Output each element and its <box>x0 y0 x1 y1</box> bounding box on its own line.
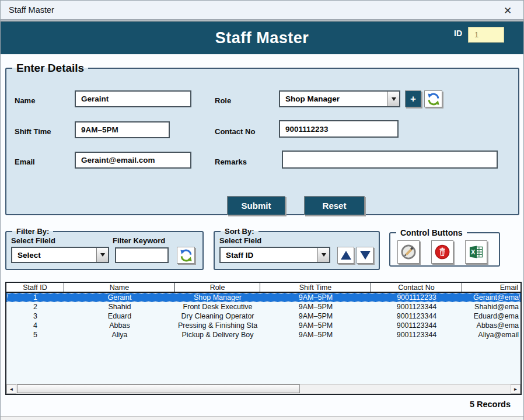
remarks-label: Remarks <box>215 158 247 166</box>
table-cell: 5 <box>6 331 64 339</box>
column-header[interactable]: Role <box>175 283 260 292</box>
refresh-roles-button[interactable] <box>424 90 442 107</box>
filter-field-dropdown[interactable]: Select <box>11 247 109 263</box>
remarks-field[interactable] <box>282 150 498 169</box>
sort-ascending-button[interactable] <box>337 247 354 264</box>
email-label: Email <box>15 158 35 166</box>
table-cell: 9AM–5PM <box>260 321 371 330</box>
column-header[interactable]: Shift Time <box>260 283 371 292</box>
filter-keyword-input[interactable] <box>115 247 169 263</box>
table-header-row: Staff IDNameRoleShift TimeContact NoEmai… <box>6 283 520 293</box>
table-row[interactable]: 1GeraintShop Manager9AM–5PM9001112233Ger… <box>6 293 520 302</box>
table-cell: 4 <box>6 321 64 330</box>
apply-filter-button[interactable] <box>177 247 195 264</box>
close-icon[interactable]: ✕ <box>500 3 515 18</box>
table-cell: Dry Cleaning Operator <box>175 312 260 320</box>
sort-field-dropdown[interactable]: Staff ID <box>219 247 330 263</box>
column-header[interactable]: Name <box>64 283 175 292</box>
name-field[interactable] <box>75 90 191 107</box>
record-id-group: ID <box>454 27 504 43</box>
table-cell: Geraint <box>64 293 175 302</box>
delete-record-button[interactable] <box>431 240 453 264</box>
table-cell: Eduard <box>64 312 175 320</box>
add-role-button[interactable]: + <box>405 90 421 107</box>
sort-dropdown-arrow[interactable] <box>317 248 329 262</box>
name-label: Name <box>15 96 35 105</box>
contact-no-label: Contact No <box>215 127 255 136</box>
filter-keyword-label: Filter Keyword <box>113 236 165 245</box>
enter-details-legend: Enter Details <box>12 62 88 75</box>
table-cell: Shahid@ema <box>462 303 520 311</box>
control-buttons-section: Control Buttons <box>389 228 500 267</box>
table-cell: Geraint@ema <box>462 293 520 302</box>
export-excel-button[interactable]: X <box>465 240 487 264</box>
table-cell: 3 <box>6 312 64 320</box>
table-cell: 9AM–5PM <box>260 331 371 339</box>
table-row[interactable]: 2ShahidFront Desk Executive9AM–5PM900112… <box>6 302 520 312</box>
id-field[interactable] <box>468 27 504 43</box>
sort-down-icon <box>360 251 371 260</box>
column-header[interactable]: Email <box>462 283 520 292</box>
sort-field-selected-value: Staff ID <box>221 251 317 260</box>
table-cell: 9001112233 <box>371 293 462 302</box>
sort-by-legend: Sort By: <box>221 227 258 236</box>
table-cell: Front Desk Executive <box>175 303 260 311</box>
reset-label: Reset <box>323 201 347 211</box>
table-cell: Shahid <box>64 303 175 311</box>
reset-button[interactable]: Reset <box>304 196 365 215</box>
table-cell: Aliya@email <box>462 331 520 339</box>
table-cell: 9001123344 <box>371 312 462 320</box>
scroll-left-icon[interactable]: ◄ <box>6 384 16 394</box>
column-header[interactable]: Contact No <box>371 283 462 292</box>
column-header[interactable]: Staff ID <box>6 283 64 292</box>
table-cell: 9AM–5PM <box>260 303 371 311</box>
shift-time-label: Shift Time <box>15 127 51 136</box>
table-cell: Eduard@ema <box>462 312 520 320</box>
shift-time-field[interactable] <box>75 121 170 138</box>
chevron-down-icon <box>322 253 326 257</box>
email-field[interactable] <box>75 152 191 169</box>
chevron-down-icon <box>100 253 105 257</box>
excel-export-icon: X <box>468 244 484 260</box>
role-dropdown[interactable]: Shop Manager <box>279 90 400 107</box>
table-cell: Abbas@ema <box>462 321 520 330</box>
control-buttons-legend: Control Buttons <box>396 228 467 237</box>
role-selected-value: Shop Manager <box>280 94 387 103</box>
table-cell: Shop Manager <box>175 293 260 302</box>
table-cell: 9AM–5PM <box>260 312 371 320</box>
svg-text:X: X <box>471 249 476 256</box>
table-cell: 9001123344 <box>371 303 462 311</box>
scrollbar-thumb[interactable] <box>17 384 300 393</box>
refresh-icon <box>427 93 440 106</box>
edit-record-button[interactable] <box>397 240 420 264</box>
sort-by-section: Sort By: Select Field Staff ID <box>214 227 380 270</box>
table-cell: Abbas <box>64 321 175 330</box>
role-dropdown-arrow[interactable] <box>387 92 399 106</box>
table-cell: 9AM–5PM <box>260 293 371 302</box>
table-cell: Pressing & Finishing Sta <box>175 321 260 330</box>
sort-descending-button[interactable] <box>357 247 373 264</box>
refresh-icon <box>180 249 193 262</box>
table-cell: Pickup & Delivery Boy <box>175 331 260 339</box>
table-cell: 9001123344 <box>371 321 462 330</box>
filter-by-section: Filter By: Select Fileld Filter Keyword … <box>5 227 204 270</box>
submit-button[interactable]: Submit <box>227 196 285 215</box>
table-cell: 1 <box>6 293 64 302</box>
filter-dropdown-arrow[interactable] <box>96 248 108 262</box>
record-count: 5 Records <box>470 400 511 409</box>
filter-by-legend: Filter By: <box>12 227 53 236</box>
id-label: ID <box>454 29 462 38</box>
filter-field-selected-value: Select <box>12 251 96 260</box>
table-row[interactable]: 3EduardDry Cleaning Operator9AM–5PM90011… <box>6 312 520 321</box>
table-row[interactable]: 5AliyaPickup & Delivery Boy9AM–5PM900112… <box>6 330 520 340</box>
horizontal-scrollbar[interactable]: ◄ ► <box>6 384 520 394</box>
submit-label: Submit <box>242 201 271 211</box>
sort-field-label: Select Field <box>219 236 261 245</box>
table-cell: 2 <box>6 303 64 311</box>
scroll-right-icon[interactable]: ► <box>511 384 520 394</box>
table-row[interactable]: 4AbbasPressing & Finishing Sta9AM–5PM900… <box>6 321 520 330</box>
table-cell: 9001123344 <box>371 331 462 339</box>
contact-no-field[interactable] <box>279 120 399 138</box>
enter-details-section: Enter Details Name Role Shop Manager + S… <box>5 62 519 215</box>
edit-icon <box>400 244 417 260</box>
